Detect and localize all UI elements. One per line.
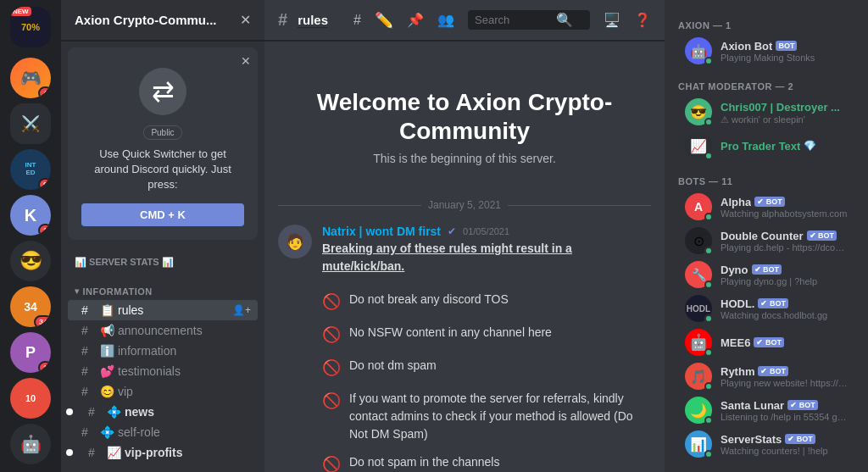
bots-section-header: BOTS — 11	[665, 169, 868, 190]
public-badge: Public	[143, 125, 181, 140]
member-chris007[interactable]: 😎 Chris007 | Destroyer ... ⚠ workin' or …	[671, 95, 861, 129]
member-double-counter[interactable]: ⊙ Double Counter ✔ BOT Playing dc.help -…	[671, 224, 861, 258]
member-hodl[interactable]: HODL HODL. ✔ BOT Watching docs.hodlbot.g…	[671, 292, 861, 325]
natrix-message-header: Natrix | wont DM first ✔ 01/05/2021	[322, 225, 651, 238]
server-icon-face[interactable]: 😎	[10, 241, 51, 281]
channel-news[interactable]: # 💠 news	[68, 402, 258, 422]
serverstats-avatar: 📊	[685, 430, 712, 458]
server-icon-bot[interactable]: 🤖	[10, 424, 51, 464]
slash-icon[interactable]: ✏️	[375, 11, 393, 30]
date-label: January 5, 2021	[428, 199, 501, 211]
chat-header: # rules # ✏️ 📌 👥 🔍 🖥️ ❓	[264, 0, 665, 41]
alpha-name-row: Alpha ✔ BOT	[721, 196, 848, 208]
channel-rules[interactable]: # 📋 rules 👤+	[68, 300, 258, 320]
santa-lunar-avatar: 🌙	[685, 397, 712, 424]
server-stats-header[interactable]: 📊 SERVER STATS 📊	[61, 253, 264, 275]
date-divider: January 5, 2021	[278, 199, 651, 211]
bot-icon: 🤖	[20, 434, 42, 454]
testimonials-emoji: 💕	[100, 364, 114, 378]
verified-icon: ✔	[448, 225, 456, 237]
member-serverstats[interactable]: 📊 ServerStats ✔ BOT Watching counters! |…	[671, 427, 861, 461]
pin-icon[interactable]: 📌	[407, 12, 424, 28]
channel-self-role[interactable]: # 💠 self-role	[68, 422, 258, 442]
santa-lunar-status-text: Listening to /help in 55354 gui...	[721, 412, 848, 422]
chat-content: Welcome to Axion Crypto-Community This i…	[264, 41, 665, 472]
double-counter-avatar: ⊙	[685, 227, 712, 254]
face-icon: 😎	[19, 250, 42, 272]
information-label: INFORMATION	[83, 286, 153, 297]
hodl-badge: ✔ BOT	[758, 298, 788, 308]
member-pro-trader[interactable]: 📈 Pro Trader Text 💎	[671, 129, 861, 163]
server-icon-p[interactable]: P 1	[10, 332, 51, 373]
quick-switcher-shortcut[interactable]: CMD + K	[81, 203, 244, 226]
channel-testimonials[interactable]: # 💕 testimonials	[68, 361, 258, 381]
member-alpha[interactable]: A Alpha ✔ BOT Watching alphabotsystem.co…	[671, 190, 861, 224]
vip-profits-notification-dot	[66, 449, 73, 456]
make-order-section-header[interactable]: ▾ MAKE AN ORDER	[61, 463, 264, 472]
member-axion-bot[interactable]: 🤖 Axion Bot BOT Playing Making Stonks	[671, 34, 861, 68]
server-stats-label: 📊 SERVER STATS 📊	[75, 257, 174, 268]
channel-name-vip-profits: vip-profits	[125, 446, 251, 459]
channel-vip-profits[interactable]: # 📈 vip-profits	[68, 442, 258, 463]
quick-switcher-close[interactable]: ✕	[241, 54, 251, 68]
divider-line-left	[278, 205, 421, 206]
information-section-header[interactable]: ▾ INFORMATION	[61, 275, 264, 300]
rule-heading: Breaking any of these rules might result…	[322, 242, 572, 273]
welcome-section: Welcome to Axion Crypto-Community This i…	[278, 54, 651, 192]
rule-5-emoji: 🚫	[322, 453, 341, 472]
rule-2-text: No NSFW content in any channel here	[349, 324, 552, 342]
serverstats-info: ServerStats ✔ BOT Watching counters! | !…	[721, 433, 848, 456]
server-icon-axion[interactable]: ⚔️	[10, 103, 51, 144]
search-icon: 🔍	[556, 12, 573, 28]
axion-section-header: AXION — 1	[665, 14, 868, 34]
double-counter-name: Double Counter	[721, 230, 804, 242]
p-icon: P	[25, 344, 36, 362]
rythm-status-text: Playing new website! https://r...	[721, 378, 848, 388]
member-santa-lunar[interactable]: 🌙 Santa Lunar ✔ BOT Listening to /help i…	[671, 393, 861, 427]
inbox-icon[interactable]: 🖥️	[604, 12, 620, 28]
server-icon-34[interactable]: 34 34	[10, 286, 51, 327]
channel-vip[interactable]: # 😊 vip	[68, 381, 258, 402]
channel-name-self-role: self-role	[118, 425, 251, 439]
10-icon: 10	[25, 393, 36, 403]
axion-bot-avatar: 🤖	[685, 37, 712, 64]
pro-trader-avatar: 📈	[685, 132, 712, 159]
rule-3-emoji: 🚫	[322, 357, 341, 380]
chris007-name: Chris007 | Destroyer ...	[721, 101, 840, 114]
news-emoji: 💠	[107, 405, 121, 419]
members-icon[interactable]: 👥	[437, 12, 454, 28]
member-dyno[interactable]: 🔧 Dyno ✔ BOT Playing dyno.gg | ?help	[671, 258, 861, 292]
natrix-avatar: 🧑	[278, 225, 312, 258]
server-icon-new[interactable]: NEW 70%	[10, 7, 51, 47]
rule-1-emoji: 🚫	[322, 291, 341, 314]
server-icon-int[interactable]: INTED 9	[10, 149, 51, 190]
vip-hash-icon: #	[81, 385, 95, 398]
dyno-badge: ✔ BOT	[752, 264, 782, 275]
alpha-bot-badge: ✔ BOT	[754, 197, 785, 207]
hashtag-icon[interactable]: #	[353, 13, 361, 28]
mod-section-header: CHAT MODERATOR — 2	[665, 75, 868, 95]
double-counter-name-row: Double Counter ✔ BOT	[721, 230, 848, 242]
new-badge: NEW	[10, 7, 31, 16]
channel-name-announcements: announcements	[118, 324, 251, 337]
search-input[interactable]	[475, 14, 551, 26]
channel-name-information: information	[118, 344, 251, 358]
double-counter-info: Double Counter ✔ BOT Playing dc.help - h…	[721, 230, 848, 253]
member-rythm[interactable]: 🎵 Rythm ✔ BOT Playing new website! https…	[671, 359, 861, 393]
member-mee6[interactable]: 🤖 MEE6 ✔ BOT	[671, 325, 861, 359]
server-icon-k[interactable]: K 1	[10, 195, 51, 236]
search-bar[interactable]: 🔍	[468, 10, 590, 30]
quick-switcher-popup: ✕ ⇄ Public Use Quick Switcher to get aro…	[68, 47, 258, 240]
channel-information[interactable]: # ℹ️ information	[68, 341, 258, 361]
add-member-icon[interactable]: 👤+	[232, 304, 251, 316]
help-icon[interactable]: ❓	[634, 12, 651, 28]
dyno-info: Dyno ✔ BOT Playing dyno.gg | ?help	[721, 264, 848, 286]
natrix-author: Natrix | wont DM first	[322, 225, 441, 238]
alpha-info: Alpha ✔ BOT Watching alphabotsystem.com	[721, 196, 848, 219]
server-icon-4[interactable]: 🎮 4	[10, 58, 51, 98]
server-icon-10[interactable]: 10	[10, 378, 51, 419]
announcements-emoji: 📢	[100, 324, 114, 337]
channel-announcements[interactable]: # 📢 announcements	[68, 320, 258, 341]
server-4-icon: 🎮	[20, 68, 42, 88]
server-header[interactable]: Axion Crypto-Commu... ✕	[61, 0, 264, 41]
